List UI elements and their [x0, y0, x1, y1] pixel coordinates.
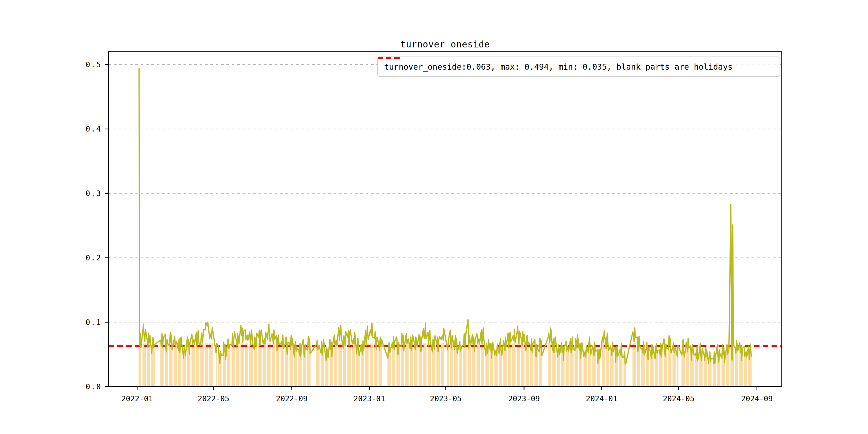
legend-label: turnover_oneside:0.063, max: 0.494, min:…	[384, 62, 733, 71]
x-tick-label: 2023-05	[430, 394, 462, 403]
x-tick-label: 2024-01	[586, 394, 618, 403]
y-tick-label: 0.4	[86, 125, 101, 133]
x-tick-label: 2023-01	[353, 394, 385, 403]
y-tick-label: 0.1	[86, 318, 101, 327]
y-tick-label: 0.5	[86, 60, 101, 69]
x-tick-label: 2022-09	[276, 394, 308, 403]
legend: turnover_oneside:0.063, max: 0.494, min:…	[377, 57, 780, 77]
x-tick-label: 2022-05	[198, 394, 229, 403]
x-tick-label: 2022-01	[121, 394, 153, 403]
x-tick-label: 2024-05	[663, 394, 694, 403]
y-tick-label: 0.2	[86, 253, 101, 262]
y-tick-label: 0.3	[86, 189, 101, 198]
x-axis: 2022-012022-052022-092023-012023-052023-…	[121, 386, 773, 403]
x-tick-label: 2024-09	[741, 394, 773, 403]
legend-dash-icon	[378, 57, 400, 59]
y-axis: 0.00.10.20.30.40.5	[86, 60, 108, 391]
x-tick-label: 2023-09	[508, 394, 540, 403]
chart-figure: turnover oneside 2022-012022-052022-0920…	[0, 0, 868, 434]
turnover-line	[139, 69, 751, 364]
gridlines	[108, 65, 782, 322]
y-tick-label: 0.0	[86, 382, 101, 391]
